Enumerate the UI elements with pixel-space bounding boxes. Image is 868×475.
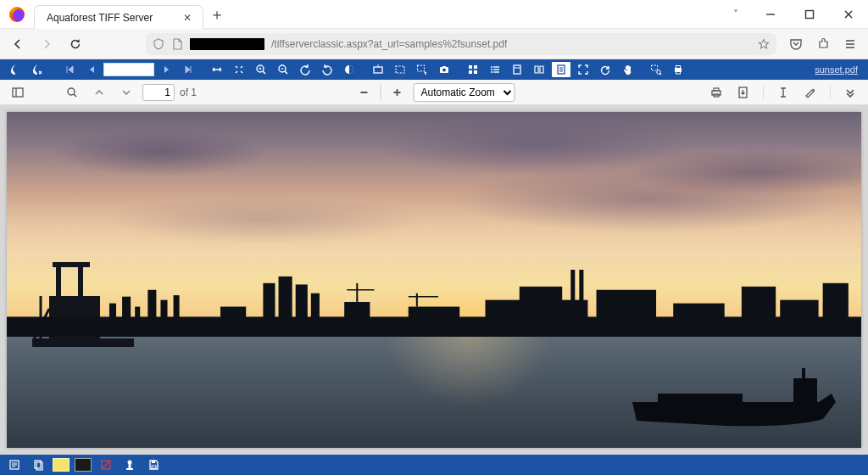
pdf-zoom-in-icon[interactable] (387, 82, 409, 103)
draw-icon[interactable] (799, 82, 821, 103)
zoom-out-icon[interactable] (273, 61, 293, 78)
sidebar-toggle-icon[interactable] (7, 82, 29, 103)
highlight-yellow-swatch[interactable] (53, 458, 70, 472)
page-number-field[interactable] (103, 63, 154, 76)
svg-rect-89 (780, 300, 818, 324)
export-pdf-icon[interactable] (5, 61, 25, 78)
rotate-right-icon[interactable] (317, 61, 337, 78)
pdf-zoom-out-icon[interactable] (353, 82, 376, 103)
shield-icon (153, 38, 164, 50)
svg-rect-84 (570, 270, 575, 310)
svg-point-46 (68, 88, 75, 95)
svg-rect-66 (122, 297, 131, 324)
svg-rect-25 (474, 70, 477, 74)
pdf-zoom-controls: Automatic Zoom (353, 82, 515, 103)
svg-rect-18 (418, 65, 425, 71)
nav-reload-button[interactable] (63, 32, 88, 56)
svg-rect-86 (597, 290, 657, 324)
two-page-icon[interactable] (529, 61, 549, 78)
svg-rect-15 (374, 67, 382, 73)
current-file-label[interactable]: sunset.pdf (815, 64, 863, 75)
pdf-download-icon[interactable] (732, 82, 754, 103)
window-titlebar: Aquaforest TIFF Server ✕ ＋ ˅ (0, 0, 868, 29)
window-maximize-button[interactable] (790, 0, 829, 28)
tools-menu-icon[interactable] (839, 82, 861, 103)
invert-icon[interactable] (339, 61, 359, 78)
svg-rect-90 (823, 283, 849, 324)
select-area-cursor-icon[interactable] (412, 61, 432, 78)
app-toolbar: sunset.pdf (0, 59, 868, 80)
svg-rect-105 (152, 461, 155, 463)
crop-icon[interactable] (368, 61, 388, 78)
copy-page-icon[interactable] (29, 457, 47, 472)
tab-title: Aquaforest TIFF Server (47, 12, 172, 24)
svg-rect-43 (676, 71, 681, 74)
svg-rect-60 (53, 262, 90, 267)
current-page-input[interactable] (142, 84, 175, 101)
thumbnails-icon[interactable] (463, 61, 483, 78)
text-select-icon[interactable] (772, 82, 794, 103)
first-page-icon[interactable] (59, 61, 80, 78)
zoom-select[interactable]: Automatic Zoom (414, 83, 515, 102)
export-pdf-alt-icon[interactable] (27, 61, 47, 78)
extensions-icon[interactable] (810, 32, 836, 56)
find-icon[interactable] (61, 82, 83, 103)
page-down-icon[interactable] (115, 82, 137, 103)
svg-rect-17 (396, 66, 404, 73)
zoom-region-icon[interactable] (646, 61, 666, 78)
window-minimize-button[interactable] (751, 0, 790, 28)
fit-page-icon[interactable] (229, 61, 249, 78)
url-bar[interactable]: /tiffserverclassic.aspx?at_url=samples%2… (146, 33, 776, 55)
svg-point-30 (491, 71, 492, 73)
prev-page-icon[interactable] (81, 61, 102, 78)
svg-rect-69 (160, 300, 167, 324)
svg-rect-23 (474, 65, 477, 69)
highlight-black-swatch[interactable] (75, 458, 92, 472)
new-tab-button[interactable]: ＋ (203, 0, 231, 28)
document-viewport[interactable] (0, 105, 868, 455)
refresh-view-icon[interactable] (595, 61, 615, 78)
sunset-image (7, 112, 861, 448)
window-close-button[interactable] (829, 0, 868, 28)
tabs-dropdown-icon[interactable]: ˅ (721, 0, 751, 28)
bookmark-star-icon[interactable] (758, 38, 770, 50)
svg-rect-92 (802, 368, 805, 380)
page-up-icon[interactable] (88, 82, 110, 103)
list-icon[interactable] (485, 61, 505, 78)
annotation-toolbar (0, 455, 868, 475)
document-view-icon[interactable] (551, 61, 571, 78)
svg-point-26 (491, 66, 492, 68)
last-page-icon[interactable] (178, 61, 198, 78)
note-icon[interactable] (5, 457, 24, 472)
next-page-icon[interactable] (156, 61, 176, 78)
save-icon[interactable] (144, 457, 163, 472)
pocket-icon[interactable] (783, 32, 809, 56)
svg-rect-52 (714, 88, 719, 91)
print-icon[interactable] (668, 61, 688, 78)
fullscreen-icon[interactable] (573, 61, 593, 78)
nav-forward-button[interactable] (34, 32, 59, 56)
redact-icon[interactable] (97, 457, 115, 472)
svg-line-47 (74, 94, 76, 97)
svg-rect-22 (469, 65, 472, 69)
browser-toolbar: /tiffserverclassic.aspx?at_url=samples%2… (0, 29, 868, 59)
svg-line-101 (103, 461, 109, 468)
rotate-left-icon[interactable] (295, 61, 315, 78)
browser-tab[interactable]: Aquaforest TIFF Server ✕ (34, 5, 203, 29)
pan-hand-icon[interactable] (617, 61, 637, 78)
stamp-icon[interactable] (120, 457, 139, 472)
svg-point-28 (491, 69, 492, 70)
app-menu-icon[interactable] (837, 32, 863, 56)
zoom-in-icon[interactable] (251, 61, 271, 78)
nav-back-button[interactable] (5, 32, 31, 56)
fit-width-icon[interactable] (207, 61, 227, 78)
camera-icon[interactable] (434, 61, 454, 78)
single-page-icon[interactable] (507, 61, 527, 78)
tab-close-icon[interactable]: ✕ (181, 11, 194, 25)
svg-rect-32 (514, 65, 520, 74)
svg-rect-68 (147, 290, 156, 324)
pdf-print-icon[interactable] (705, 82, 727, 103)
svg-rect-42 (676, 66, 681, 69)
svg-rect-67 (135, 307, 140, 324)
select-area-icon[interactable] (390, 61, 410, 78)
